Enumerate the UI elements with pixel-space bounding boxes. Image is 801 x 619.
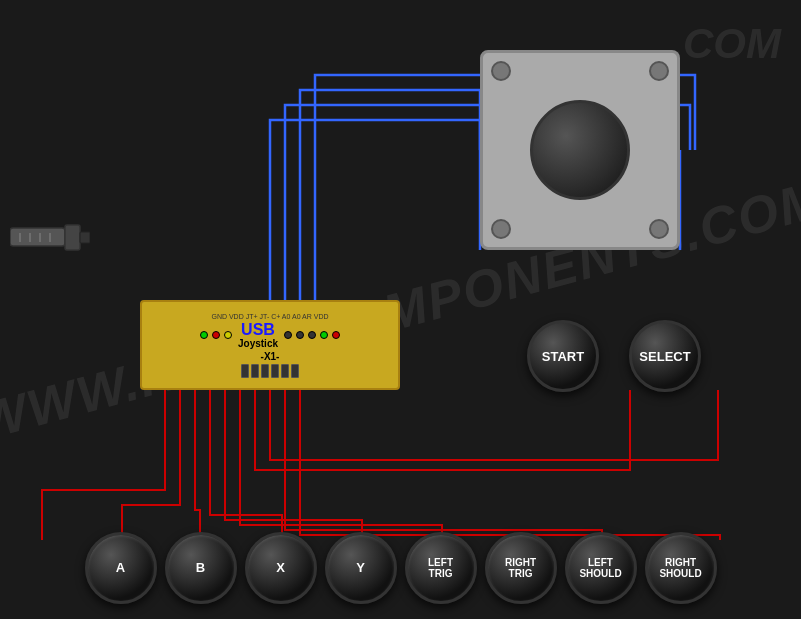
pcb-indicators: [200, 331, 232, 339]
pcb-dot-5: [332, 331, 340, 339]
svg-rect-3: [65, 225, 80, 250]
pcb-model: -X1-: [261, 351, 280, 362]
joystick-corner-tl: [491, 61, 511, 81]
wiring-diagram: [0, 0, 801, 619]
pcb-dot-green: [200, 331, 208, 339]
btn-right-trig[interactable]: RIGHTTRIG: [485, 532, 557, 604]
pcb-usb-label: USB: [238, 322, 278, 338]
btn-left-trig[interactable]: LEFTTRIG: [405, 532, 477, 604]
joystick-ball: [530, 100, 630, 200]
usb-connector: [10, 220, 90, 255]
btn-select[interactable]: SELECT: [629, 320, 701, 392]
pcb-details-top: GND VDD JT+ JT- C+ A0 A0 AR VDD: [207, 313, 332, 320]
watermark-corner: .COM: [671, 20, 781, 68]
diagram: .COM WWW.HAPP-COMPONENTS.COM: [0, 0, 801, 619]
pcb-dot-1: [284, 331, 292, 339]
btn-right-should-label: RIGHTSHOULD: [659, 557, 701, 579]
pcb-board: GND VDD JT+ JT- C+ A0 A0 AR VDD USB Joys…: [140, 300, 400, 390]
pcb-dot-red: [212, 331, 220, 339]
btn-b[interactable]: B: [165, 532, 237, 604]
mid-buttons-row: START SELECT: [527, 320, 701, 392]
pcb-sub-label: Joystick: [238, 338, 278, 349]
btn-left-should-label: LEFTSHOULD: [579, 557, 621, 579]
btn-x[interactable]: X: [245, 532, 317, 604]
joystick-corner-tr: [649, 61, 669, 81]
svg-rect-4: [80, 232, 90, 243]
pcb-dot-3: [308, 331, 316, 339]
btn-start[interactable]: START: [527, 320, 599, 392]
btn-x-label: X: [276, 561, 285, 575]
btn-right-should[interactable]: RIGHTSHOULD: [645, 532, 717, 604]
btn-a-label: A: [116, 561, 125, 575]
btn-y-label: Y: [356, 561, 365, 575]
btn-left-trig-label: LEFTTRIG: [428, 557, 453, 579]
watermark-main: WWW.HAPP-COMPONENTS.COM: [0, 167, 801, 451]
btn-select-label: SELECT: [639, 349, 690, 364]
pcb-indicators2: [284, 331, 340, 339]
joystick-corner-bl: [491, 219, 511, 239]
btn-b-label: B: [196, 561, 205, 575]
btn-start-label: START: [542, 349, 584, 364]
joystick-box: [480, 50, 680, 250]
btn-y[interactable]: Y: [325, 532, 397, 604]
btn-a[interactable]: A: [85, 532, 157, 604]
button-row: A B X Y LEFTTRIG RIGHTTRIG LEFTSHOULD RI…: [0, 532, 801, 604]
pcb-dot-2: [296, 331, 304, 339]
pcb-dot-yellow: [224, 331, 232, 339]
svg-rect-2: [10, 228, 65, 246]
btn-left-should[interactable]: LEFTSHOULD: [565, 532, 637, 604]
joystick-corner-br: [649, 219, 669, 239]
pcb-dot-4: [320, 331, 328, 339]
btn-right-trig-label: RIGHTTRIG: [505, 557, 536, 579]
